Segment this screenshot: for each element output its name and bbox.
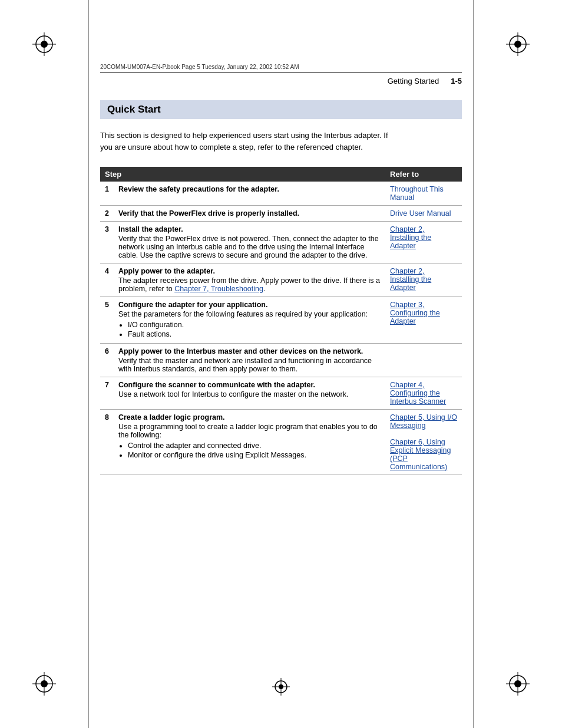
quick-start-bar: Quick Start — [100, 100, 462, 119]
step-description: Configure the adapter for your applicati… — [114, 297, 385, 344]
col-refer-header: Refer to — [385, 167, 462, 182]
table-row: 4Apply power to the adapter.The adapter … — [100, 263, 462, 297]
chapter5-link[interactable]: Chapter 5, Using I/O Messaging — [390, 413, 457, 430]
step-bold-text: Apply power to the Interbus master and o… — [118, 347, 363, 355]
table-row: 7Configure the scanner to communicate wi… — [100, 377, 462, 410]
bullet-item: I/O configuration. — [128, 321, 381, 329]
refer-link-1[interactable]: Chapter 4, — [390, 381, 424, 389]
refer-link-2[interactable]: Configuring the Interbus Scanner — [390, 389, 446, 406]
quick-start-table: Step Refer to 1Review the safety precaut… — [100, 167, 462, 475]
step-number: 6 — [100, 344, 114, 377]
col-step-header: Step — [100, 167, 385, 182]
refer-link-2[interactable]: Installing the Adapter — [390, 275, 431, 292]
step-refer: Chapter 5, Using I/O MessagingChapter 6,… — [385, 410, 462, 475]
step-refer: Chapter 3,Configuring the Adapter — [385, 297, 462, 344]
bullet-list: Control the adapter and connected drive.… — [128, 442, 381, 459]
bullet-item: Fault actions. — [128, 330, 381, 338]
step-number: 4 — [100, 263, 114, 297]
step-normal-text: Verify that the master and network are i… — [118, 357, 381, 373]
step-normal-text: Use a network tool for Interbus to confi… — [118, 390, 381, 398]
step-refer: Chapter 4,Configuring the Interbus Scann… — [385, 377, 462, 410]
step-refer: Chapter 2,Installing the Adapter — [385, 222, 462, 263]
step-number: 3 — [100, 222, 114, 263]
page-header: 20COMM-UM007A-EN-P.book Page 5 Tuesday, … — [100, 64, 462, 85]
step-normal-text: Use a programming tool to create a ladde… — [118, 423, 381, 439]
step-description: Create a ladder logic program.Use a prog… — [114, 410, 385, 475]
step-description: Install the adapter.Verify that the Powe… — [114, 222, 385, 263]
table-header-row: Step Refer to — [100, 167, 462, 182]
step-bold-text: Verify that the PowerFlex drive is prope… — [118, 209, 299, 218]
step-normal-text: Verify that the PowerFlex drive is not p… — [118, 235, 381, 259]
table-row: 2Verify that the PowerFlex drive is prop… — [100, 206, 462, 222]
refer-link-1[interactable]: Chapter 2, — [390, 225, 424, 233]
step-number: 8 — [100, 410, 114, 475]
refer-link-1[interactable]: Chapter 2, — [390, 267, 424, 275]
quick-start-title: Quick Start — [107, 104, 161, 115]
header-section-name: Getting Started — [388, 77, 439, 85]
step-number: 7 — [100, 377, 114, 410]
bullet-list: I/O configuration.Fault actions. — [128, 321, 381, 338]
step-description: Apply power to the adapter.The adapter r… — [114, 263, 385, 297]
bullet-item: Control the adapter and connected drive. — [128, 442, 381, 450]
header-page-num: 1-5 — [451, 77, 462, 85]
step-bold-text: Review the safety precautions for the ad… — [118, 185, 279, 193]
step-refer: Throughout This Manual — [385, 182, 462, 206]
step-description: Configure the scanner to communicate wit… — [114, 377, 385, 410]
step-description: Verify that the PowerFlex drive is prope… — [114, 206, 385, 222]
step-normal-text: The adapter receives power from the driv… — [118, 276, 381, 293]
corner-mark-bl — [32, 672, 56, 696]
step-bold-text: Install the adapter. — [118, 225, 183, 233]
refer-link-2[interactable]: Installing the Adapter — [390, 233, 431, 250]
step-refer — [385, 344, 462, 377]
table-row: 5Configure the adapter for your applicat… — [100, 297, 462, 344]
header-filename: 20COMM-UM007A-EN-P.book Page 5 Tuesday, … — [100, 64, 462, 70]
step-refer: Chapter 2,Installing the Adapter — [385, 263, 462, 297]
step-bold-text: Create a ladder logic program. — [118, 413, 225, 421]
right-border — [473, 0, 474, 728]
table-row: 6Apply power to the Interbus master and … — [100, 344, 462, 377]
refer-link-1[interactable]: Chapter 3, — [390, 301, 424, 309]
corner-mark-br — [506, 672, 530, 696]
header-title-line: Getting Started 1-5 — [100, 73, 462, 85]
left-border — [88, 0, 89, 728]
table-row: 3Install the adapter.Verify that the Pow… — [100, 222, 462, 263]
step-bold-text: Configure the adapter for your applicati… — [118, 301, 268, 309]
step-number: 5 — [100, 297, 114, 344]
step-bold-text: Configure the scanner to communicate wit… — [118, 381, 315, 389]
chapter7-link[interactable]: Chapter 7, Troubleshooting — [174, 285, 263, 293]
bottom-center-mark — [272, 678, 290, 696]
refer-link-2[interactable]: Configuring the Adapter — [390, 309, 440, 325]
table-row: 8Create a ladder logic program.Use a pro… — [100, 410, 462, 475]
step-number: 1 — [100, 182, 114, 206]
step-bold-text: Apply power to the adapter. — [118, 267, 215, 275]
chapter6-link[interactable]: Chapter 6, Using Explicit Messaging (PCP… — [390, 438, 451, 471]
step-description: Review the safety precautions for the ad… — [114, 182, 385, 206]
step-number: 2 — [100, 206, 114, 222]
main-content: Quick Start This section is designed to … — [100, 100, 462, 657]
corner-mark-tr — [506, 32, 530, 56]
table-row: 1Review the safety precautions for the a… — [100, 182, 462, 206]
corner-mark-tl — [32, 32, 56, 56]
step-description: Apply power to the Interbus master and o… — [114, 344, 385, 377]
step-normal-text: Set the parameters for the following fea… — [118, 310, 381, 318]
intro-text: This section is designed to help experie… — [100, 130, 395, 153]
bullet-item: Monitor or configure the drive using Exp… — [128, 451, 381, 459]
step-refer: Drive User Manual — [385, 206, 462, 222]
